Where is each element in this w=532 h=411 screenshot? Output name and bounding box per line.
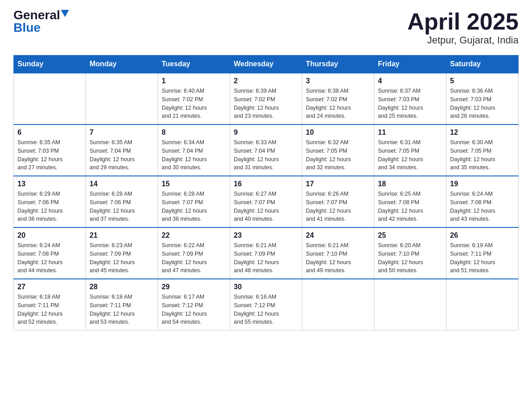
day-number: 29	[162, 283, 226, 291]
day-number: 18	[378, 180, 442, 188]
day-info: Sunrise: 6:38 AMSunset: 7:02 PMDaylight:…	[306, 87, 370, 120]
calendar-cell: 19Sunrise: 6:24 AMSunset: 7:08 PMDayligh…	[446, 176, 519, 227]
calendar-header-row: SundayMondayTuesdayWednesdayThursdayFrid…	[14, 56, 519, 73]
day-info: Sunrise: 6:27 AMSunset: 7:07 PMDaylight:…	[234, 190, 298, 223]
day-info: Sunrise: 6:21 AMSunset: 7:10 PMDaylight:…	[306, 241, 370, 275]
day-number: 16	[234, 180, 298, 188]
calendar-cell	[86, 73, 158, 124]
day-info: Sunrise: 6:40 AMSunset: 7:02 PMDaylight:…	[162, 87, 226, 120]
logo-blue-text: Blue	[13, 21, 41, 34]
calendar-cell: 29Sunrise: 6:17 AMSunset: 7:12 PMDayligh…	[158, 279, 230, 330]
calendar-cell: 27Sunrise: 6:18 AMSunset: 7:11 PMDayligh…	[14, 279, 86, 330]
calendar-cell: 14Sunrise: 6:28 AMSunset: 7:06 PMDayligh…	[86, 176, 158, 227]
calendar-cell: 7Sunrise: 6:35 AMSunset: 7:04 PMDaylight…	[86, 124, 158, 176]
day-info: Sunrise: 6:37 AMSunset: 7:03 PMDaylight:…	[378, 87, 442, 120]
calendar-cell: 17Sunrise: 6:26 AMSunset: 7:07 PMDayligh…	[302, 176, 374, 227]
day-info: Sunrise: 6:24 AMSunset: 7:08 PMDaylight:…	[450, 190, 515, 223]
calendar-cell: 1Sunrise: 6:40 AMSunset: 7:02 PMDaylight…	[158, 73, 230, 124]
day-number: 9	[234, 128, 298, 137]
calendar-header-sunday: Sunday	[14, 56, 86, 73]
day-info: Sunrise: 6:30 AMSunset: 7:05 PMDaylight:…	[450, 138, 515, 172]
calendar-cell: 24Sunrise: 6:21 AMSunset: 7:10 PMDayligh…	[302, 227, 374, 279]
day-info: Sunrise: 6:25 AMSunset: 7:08 PMDaylight:…	[378, 190, 442, 223]
day-info: Sunrise: 6:32 AMSunset: 7:05 PMDaylight:…	[306, 138, 370, 172]
day-number: 26	[450, 231, 515, 240]
day-info: Sunrise: 6:21 AMSunset: 7:09 PMDaylight:…	[234, 241, 298, 275]
calendar-cell: 16Sunrise: 6:27 AMSunset: 7:07 PMDayligh…	[230, 176, 302, 227]
calendar-cell: 22Sunrise: 6:22 AMSunset: 7:09 PMDayligh…	[158, 227, 230, 279]
calendar-cell	[374, 279, 446, 330]
day-info: Sunrise: 6:34 AMSunset: 7:04 PMDaylight:…	[162, 138, 226, 172]
calendar-week-row: 6Sunrise: 6:35 AMSunset: 7:03 PMDaylight…	[14, 124, 519, 176]
day-info: Sunrise: 6:28 AMSunset: 7:06 PMDaylight:…	[90, 190, 154, 223]
calendar-cell: 20Sunrise: 6:24 AMSunset: 7:08 PMDayligh…	[14, 227, 86, 279]
day-number: 28	[90, 283, 154, 291]
day-info: Sunrise: 6:22 AMSunset: 7:09 PMDaylight:…	[162, 241, 226, 275]
day-info: Sunrise: 6:28 AMSunset: 7:07 PMDaylight:…	[162, 190, 226, 223]
day-number: 4	[378, 77, 442, 85]
calendar-cell: 28Sunrise: 6:18 AMSunset: 7:11 PMDayligh…	[86, 279, 158, 330]
calendar-cell: 9Sunrise: 6:33 AMSunset: 7:04 PMDaylight…	[230, 124, 302, 176]
calendar-cell	[302, 279, 374, 330]
day-number: 5	[450, 77, 515, 85]
day-number: 7	[90, 128, 154, 137]
calendar-cell: 2Sunrise: 6:39 AMSunset: 7:02 PMDaylight…	[230, 73, 302, 124]
calendar-header-monday: Monday	[86, 56, 158, 73]
calendar-week-row: 20Sunrise: 6:24 AMSunset: 7:08 PMDayligh…	[14, 227, 519, 279]
day-info: Sunrise: 6:19 AMSunset: 7:11 PMDaylight:…	[450, 241, 515, 275]
day-info: Sunrise: 6:20 AMSunset: 7:10 PMDaylight:…	[378, 241, 442, 275]
calendar-cell: 23Sunrise: 6:21 AMSunset: 7:09 PMDayligh…	[230, 227, 302, 279]
day-info: Sunrise: 6:26 AMSunset: 7:07 PMDaylight:…	[306, 190, 370, 223]
day-info: Sunrise: 6:23 AMSunset: 7:09 PMDaylight:…	[90, 241, 154, 275]
day-info: Sunrise: 6:16 AMSunset: 7:12 PMDaylight:…	[234, 293, 298, 326]
day-info: Sunrise: 6:24 AMSunset: 7:08 PMDaylight:…	[17, 241, 82, 275]
calendar-cell	[14, 73, 86, 124]
calendar-header-friday: Friday	[374, 56, 446, 73]
day-info: Sunrise: 6:29 AMSunset: 7:06 PMDaylight:…	[17, 190, 82, 223]
day-number: 19	[450, 180, 515, 188]
day-info: Sunrise: 6:39 AMSunset: 7:02 PMDaylight:…	[234, 87, 298, 120]
day-number: 30	[234, 283, 298, 291]
day-info: Sunrise: 6:17 AMSunset: 7:12 PMDaylight:…	[162, 293, 226, 326]
calendar-cell: 3Sunrise: 6:38 AMSunset: 7:02 PMDaylight…	[302, 73, 374, 124]
day-number: 27	[17, 283, 82, 291]
calendar-week-row: 27Sunrise: 6:18 AMSunset: 7:11 PMDayligh…	[14, 279, 519, 330]
day-number: 25	[378, 231, 442, 240]
title-block: April 2025 Jetpur, Gujarat, India	[407, 9, 519, 46]
calendar-cell: 6Sunrise: 6:35 AMSunset: 7:03 PMDaylight…	[14, 124, 86, 176]
calendar-cell: 11Sunrise: 6:31 AMSunset: 7:05 PMDayligh…	[374, 124, 446, 176]
day-number: 22	[162, 231, 226, 240]
day-number: 15	[162, 180, 226, 188]
day-number: 21	[90, 231, 154, 240]
calendar-cell: 13Sunrise: 6:29 AMSunset: 7:06 PMDayligh…	[14, 176, 86, 227]
day-info: Sunrise: 6:35 AMSunset: 7:03 PMDaylight:…	[17, 138, 82, 172]
calendar-cell: 18Sunrise: 6:25 AMSunset: 7:08 PMDayligh…	[374, 176, 446, 227]
calendar-cell: 5Sunrise: 6:36 AMSunset: 7:03 PMDaylight…	[446, 73, 519, 124]
calendar-header-thursday: Thursday	[302, 56, 374, 73]
day-info: Sunrise: 6:31 AMSunset: 7:05 PMDaylight:…	[378, 138, 442, 172]
calendar-cell: 10Sunrise: 6:32 AMSunset: 7:05 PMDayligh…	[302, 124, 374, 176]
calendar-cell	[446, 279, 519, 330]
calendar-week-row: 13Sunrise: 6:29 AMSunset: 7:06 PMDayligh…	[14, 176, 519, 227]
day-number: 11	[378, 128, 442, 137]
day-number: 17	[306, 180, 370, 188]
day-number: 8	[162, 128, 226, 137]
day-number: 23	[234, 231, 298, 240]
day-number: 13	[17, 180, 82, 188]
calendar-table: SundayMondayTuesdayWednesdayThursdayFrid…	[13, 55, 519, 330]
day-info: Sunrise: 6:18 AMSunset: 7:11 PMDaylight:…	[17, 293, 82, 326]
calendar-header-saturday: Saturday	[446, 56, 519, 73]
calendar-cell: 15Sunrise: 6:28 AMSunset: 7:07 PMDayligh…	[158, 176, 230, 227]
calendar-header-wednesday: Wednesday	[230, 56, 302, 73]
logo-general-text: General	[13, 9, 60, 21]
day-info: Sunrise: 6:35 AMSunset: 7:04 PMDaylight:…	[90, 138, 154, 172]
calendar-week-row: 1Sunrise: 6:40 AMSunset: 7:02 PMDaylight…	[14, 73, 519, 124]
svg-marker-0	[61, 10, 69, 17]
calendar-cell: 4Sunrise: 6:37 AMSunset: 7:03 PMDaylight…	[374, 73, 446, 124]
day-info: Sunrise: 6:36 AMSunset: 7:03 PMDaylight:…	[450, 87, 515, 120]
logo: General Blue	[13, 9, 69, 34]
calendar-cell: 21Sunrise: 6:23 AMSunset: 7:09 PMDayligh…	[86, 227, 158, 279]
day-number: 1	[162, 77, 226, 85]
day-number: 14	[90, 180, 154, 188]
calendar-header-tuesday: Tuesday	[158, 56, 230, 73]
